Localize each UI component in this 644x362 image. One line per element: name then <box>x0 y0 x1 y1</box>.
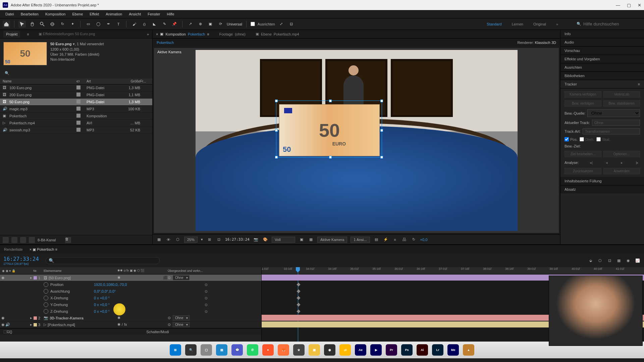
stopwatch-icon[interactable] <box>44 309 48 314</box>
panel-info[interactable]: Info <box>560 30 644 38</box>
minimize-button[interactable]: — <box>616 3 620 8</box>
project-tab[interactable]: Projekt <box>3 31 20 38</box>
brush-tool[interactable]: 🖌 <box>130 20 138 28</box>
world-axis-tool[interactable]: ⊕ <box>197 20 204 28</box>
help-search-input[interactable] <box>583 21 637 26</box>
more-tabs-icon[interactable]: » <box>147 32 149 36</box>
snapshot-btn[interactable]: 📷 <box>253 237 259 243</box>
pixel-aspect-btn[interactable]: ▤ <box>373 237 379 243</box>
project-item[interactable]: 🖼50 Euro.pngPNG-Datei1,3 MB <box>0 99 152 106</box>
taskbar-whatsapp[interactable]: ✆ <box>247 344 258 356</box>
bpc-label[interactable]: 8-Bit-Kanal <box>38 238 56 242</box>
timeline-comp-tab[interactable]: × ▣ Pokertisch ≡ <box>30 247 57 252</box>
col-label-icon[interactable]: 🏷 <box>76 79 87 83</box>
channel-btn[interactable]: 👁 <box>165 237 171 243</box>
pen-tool[interactable]: ✒ <box>105 20 112 28</box>
taskbar-teams[interactable]: 💬 <box>231 344 243 356</box>
timeline-search[interactable] <box>46 257 160 264</box>
panel-effekte[interactable]: Effekte und Vorgaben <box>560 55 644 63</box>
text-tool[interactable]: T <box>115 20 122 28</box>
viewer-tab-footage[interactable]: Footage (ohne) <box>219 32 246 36</box>
taskbar-app1[interactable]: ※ <box>293 344 305 356</box>
stopwatch-icon[interactable] <box>44 296 48 300</box>
close-button[interactable]: ✕ <box>638 3 641 8</box>
panel-tracker[interactable]: Tracker ≡ <box>560 80 644 88</box>
btn-apply[interactable]: Anwenden <box>603 168 640 174</box>
grid-btn[interactable]: ⊞ <box>206 237 212 243</box>
time-ruler[interactable]: 1:01f33:16f34:01f34:16f35:01f35:16f36:01… <box>262 267 644 275</box>
transparency-btn[interactable]: ▦ <box>308 237 314 243</box>
stopwatch-icon[interactable] <box>44 289 48 294</box>
roi-btn[interactable]: ▣ <box>299 237 305 243</box>
col-nr[interactable]: Nr. <box>33 269 37 273</box>
menu-effekt[interactable]: Effekt <box>86 11 102 17</box>
mask-btn[interactable]: ⬡ <box>175 237 181 243</box>
analyse-back-step[interactable]: ◂| <box>589 160 594 165</box>
adjust-btn[interactable] <box>29 237 35 243</box>
rot-checkbox[interactable] <box>580 137 584 141</box>
panel-audio[interactable]: Audio <box>560 38 644 47</box>
renderer-value[interactable]: Klassisch 3D <box>535 41 556 45</box>
help-search[interactable]: 🔍 <box>574 20 641 27</box>
banknote-layer[interactable]: 50 EURO 50 <box>279 104 380 156</box>
snap-tool-2[interactable]: ⊡ <box>288 20 295 28</box>
col-parent[interactable]: Übergeordnet und verkn... <box>168 269 203 273</box>
pos-checkbox[interactable] <box>565 137 569 141</box>
maximize-button[interactable]: ▢ <box>627 3 631 8</box>
panel-absatz[interactable]: Absatz <box>560 185 644 193</box>
panel-menu-icon[interactable]: ≡ <box>27 32 29 36</box>
viewer-tab-comp[interactable]: × ▣ Komposition Pokertisch ≡ <box>156 32 209 36</box>
property-row[interactable]: Z-Drehung0 x +0,0 °⊙ <box>0 308 261 315</box>
workspace-original[interactable]: Original <box>533 22 546 26</box>
panel-bibliotheken[interactable]: Bibliotheken <box>560 72 644 80</box>
col-type[interactable]: Art <box>87 79 123 83</box>
zoom-tool[interactable] <box>39 20 46 28</box>
timeline-timecode[interactable]: 16:27:33:24 <box>3 256 39 262</box>
motion-blur-btn[interactable]: ◉ <box>625 257 631 263</box>
menu-datei[interactable]: Datei <box>2 11 17 17</box>
zoom-dropdown-icon[interactable]: ▾ <box>201 237 203 242</box>
btn-reset[interactable]: Zurücksetzen <box>565 168 601 174</box>
schalter-modi[interactable]: Schalter/Modi <box>146 330 169 334</box>
menu-bearbeiten[interactable]: Bearbeiten <box>17 11 42 17</box>
composition-viewport[interactable]: Aktive Kamera 50 EURO 50 <box>154 48 559 233</box>
roto-tool[interactable]: ✎ <box>161 20 168 28</box>
analyse-back[interactable]: ◂ <box>604 160 609 165</box>
menu-ansicht[interactable]: Ansicht <box>125 11 144 17</box>
renderqueue-tab[interactable]: Renderliste <box>4 247 23 251</box>
taskbar-app3[interactable]: ▲ <box>463 344 474 356</box>
ellipse-tool[interactable]: ◯ <box>95 20 102 28</box>
viewer-tab-layer[interactable]: ▣ Ebene Pokertisch.mp4 <box>256 32 299 36</box>
reset-exposure-btn[interactable]: ↻ <box>411 237 417 243</box>
timeline-btn[interactable]: ≡ <box>392 237 398 243</box>
shy-btn[interactable]: ⊡ <box>606 257 612 263</box>
view-axis-tool[interactable]: ▣ <box>207 20 214 28</box>
menu-fenster[interactable]: Fenster <box>144 11 163 17</box>
local-axis-tool[interactable]: ↗ <box>186 20 194 28</box>
motion-source-select[interactable]: Ohne <box>587 109 640 117</box>
graph-editor-btn[interactable]: 📈 <box>635 257 641 263</box>
taskbar-ai[interactable]: Ai <box>417 344 428 356</box>
interpret-footage-btn[interactable] <box>3 237 9 243</box>
col-fr[interactable]: Fr... <box>140 79 150 83</box>
col-source[interactable]: Ebenenname <box>44 269 62 273</box>
delete-btn[interactable]: 🗑 <box>65 237 71 243</box>
btn-track-motion[interactable]: Bew. verfolgen <box>565 100 601 107</box>
panel-contentfill[interactable]: Inhaltsbasierte Füllung <box>560 177 644 185</box>
btn-warp-stab[interactable]: Verkrst.ab <box>603 91 640 98</box>
selection-tool[interactable] <box>18 20 26 28</box>
workspace-more[interactable]: » <box>556 22 558 26</box>
toggle-switches-icon-3[interactable]: {} <box>10 330 12 334</box>
fast-preview-btn[interactable]: ⚡ <box>383 237 389 243</box>
property-row[interactable]: X-Drehung0 x +0,0 °⊙ <box>0 295 261 301</box>
flowchart-btn[interactable]: 品 <box>401 237 408 243</box>
comp-mini-flowchart[interactable]: ⬙ <box>588 257 594 263</box>
taskbar-explorer[interactable]: ▤ <box>216 344 227 356</box>
stamp-tool[interactable]: ⎙ <box>141 20 148 28</box>
color-mgmt-btn[interactable]: 🎨 <box>262 237 268 243</box>
new-folder-btn[interactable] <box>20 237 26 243</box>
panel-ausrichten[interactable]: Ausrichten <box>560 63 644 72</box>
orbit-tool[interactable] <box>49 20 56 28</box>
effect-controls-tab[interactable]: ▣ Effekteinstellungen 50 Euro.png <box>36 31 98 38</box>
taskbar-ae[interactable]: Ae <box>355 344 366 356</box>
